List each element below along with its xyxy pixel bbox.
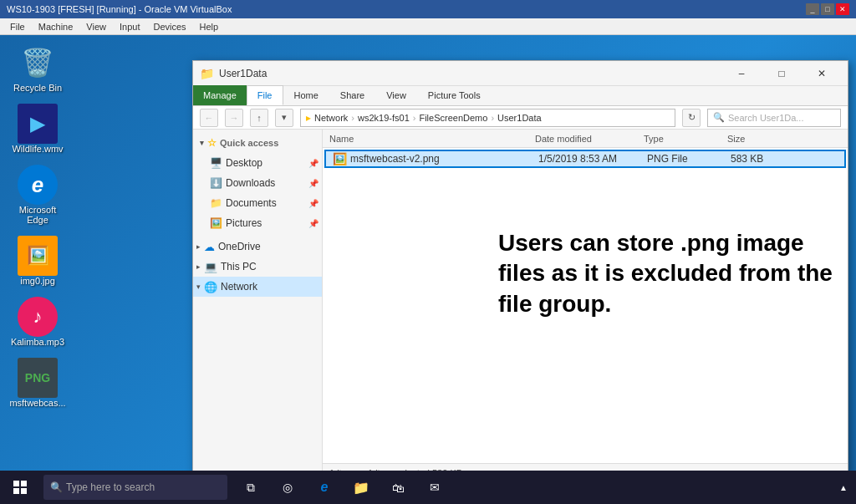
recent-locations-btn[interactable]: ▾ [275, 109, 293, 127]
vbox-maximize-btn[interactable]: □ [821, 3, 834, 15]
explorer-minimize-btn[interactable]: – [722, 61, 761, 86]
vbox-menu-file[interactable]: File [3, 20, 32, 33]
vbox-menu-machine[interactable]: Machine [32, 20, 80, 33]
sidebar-item-onedrive[interactable]: ▸ ☁ OneDrive [193, 237, 322, 257]
desktop-icon-kalimba[interactable]: ♪ Kalimba.mp3 [4, 293, 71, 350]
vbox-menu-devices[interactable]: Devices [146, 20, 192, 33]
vbox-minimize-btn[interactable]: _ [806, 3, 819, 15]
breadcrumb-sep2: › [413, 113, 416, 123]
sidebar-item-documents[interactable]: 📁 Documents 📌 [193, 193, 322, 213]
ribbon-tabs: Manage File Home Share View Picture Tool… [193, 86, 848, 106]
vbox-close-btn[interactable]: ✕ [836, 3, 849, 15]
breadcrumb-sep1: › [351, 113, 354, 123]
sidebar-item-desktop[interactable]: 🖥️ Desktop 📌 [193, 153, 322, 173]
pictures-sidebar-icon: 🖼️ [210, 217, 222, 229]
sidebar-item-pictures[interactable]: 🖼️ Pictures 📌 [193, 213, 322, 233]
col-header-date[interactable]: Date modified [535, 134, 644, 144]
col-header-size[interactable]: Size [727, 134, 794, 144]
desktop-icon-label: Recycle Bin [13, 83, 62, 93]
sidebar-item-this-pc[interactable]: ▸ 💻 This PC [193, 257, 322, 277]
vbox-menu-view[interactable]: View [79, 20, 113, 33]
documents-sidebar-icon: 📁 [210, 197, 222, 209]
address-refresh-btn[interactable]: ↻ [682, 109, 701, 127]
taskbar-edge-btn[interactable]: e [308, 471, 341, 504]
ribbon-tab-file[interactable]: File [247, 85, 283, 105]
back-button[interactable]: ← [200, 109, 218, 127]
desktop-icon-label: Microsoft Edge [8, 205, 68, 225]
taskbar-task-view-btn[interactable]: ⧉ [234, 471, 268, 504]
sidebar-item-downloads[interactable]: ⬇️ Downloads 📌 [193, 173, 322, 193]
desktop-icon-label: Kalimba.mp3 [11, 337, 64, 347]
desktop-icon-recycle-bin[interactable]: 🗑️ Recycle Bin [4, 39, 71, 96]
start-button[interactable] [0, 471, 40, 504]
video-file-icon: ▶ [18, 104, 58, 144]
search-taskbar-icon: 🔍 [50, 481, 63, 493]
search-box[interactable]: 🔍 Type here to search [43, 475, 227, 500]
breadcrumb-sep3: › [491, 113, 494, 123]
desktop-icon-wildlife[interactable]: ▶ Wildlife.wmv [4, 100, 71, 157]
sidebar-desktop-label: Desktop [226, 157, 262, 169]
file-size: 583 KB [731, 153, 797, 165]
breadcrumb-home-icon: ▸ [306, 112, 311, 124]
desktop-icon-label: msftwebcas... [9, 398, 65, 408]
sidebar-item-quick-access[interactable]: ▾ ☆ Quick access [193, 133, 322, 153]
forward-button[interactable]: → [225, 109, 243, 127]
sidebar-downloads-label: Downloads [226, 177, 275, 189]
nav-bar: ← → ↑ ▾ ▸ Network › ws2k19-fs01 › FileSc… [193, 106, 848, 130]
search-bar[interactable]: 🔍 Search User1Da... [707, 109, 841, 127]
audio-file-icon: ♪ [18, 297, 58, 337]
ribbon-tab-manage[interactable]: Manage [193, 85, 247, 105]
breadcrumb-network[interactable]: Network [314, 113, 348, 123]
computer-icon: 💻 [204, 261, 217, 273]
ribbon-tab-picture-tools[interactable]: Picture Tools [417, 85, 492, 105]
taskbar-mail-btn[interactable]: ✉ [418, 471, 451, 504]
breadcrumb-server[interactable]: ws2k19-fs01 [358, 113, 410, 123]
explorer-maximize-btn[interactable]: □ [762, 61, 801, 86]
desktop-icon-edge[interactable]: e Microsoft Edge [4, 161, 71, 228]
explorer-folder-icon: 📁 [200, 67, 214, 80]
search-icon: 🔍 [713, 112, 725, 123]
desktop-icon-img0[interactable]: 🖼️ img0.jpg [4, 232, 71, 289]
pin-icon: 📌 [308, 159, 318, 168]
expand-icon: ▾ [196, 283, 201, 291]
sidebar-item-network[interactable]: ▾ 🌐 Network [193, 277, 322, 297]
annotation-text: Users can store .png image files as it i… [498, 228, 845, 319]
image-file-icon: 🖼️ [18, 236, 58, 276]
sidebar-network-label: Network [221, 281, 257, 293]
tray-expand-icon[interactable]: ▲ [839, 483, 848, 492]
taskbar: 🔍 Type here to search ⧉ ◎ e 📁 🛍 ✉ ▲ [0, 471, 856, 504]
file-name: msftwebcast-v2.png [350, 153, 440, 165]
breadcrumb-current[interactable]: User1Data [497, 113, 542, 123]
file-row[interactable]: 🖼️ msftwebcast-v2.png 1/5/2019 8:53 AM P… [324, 150, 846, 168]
desktop-icon-msftwebcast[interactable]: PNG msftwebcas... [4, 354, 71, 411]
svg-rect-2 [13, 488, 19, 494]
file-type: PNG File [647, 153, 731, 165]
col-header-name[interactable]: Name [326, 134, 535, 144]
taskbar-store-btn[interactable]: 🛍 [381, 471, 415, 504]
sidebar-pictures-label: Pictures [226, 217, 262, 229]
col-header-type[interactable]: Type [644, 134, 727, 144]
vbox-menu-input[interactable]: Input [113, 20, 146, 33]
file-date-modified: 1/5/2019 8:53 AM [538, 153, 647, 165]
pin-icon: 📌 [308, 199, 318, 208]
breadcrumb-demo[interactable]: FileScreenDemo [419, 113, 487, 123]
ribbon-tab-home[interactable]: Home [283, 85, 329, 105]
explorer-titlebar: 📁 User1Data – □ ✕ [193, 61, 848, 86]
explorer-close-btn[interactable]: ✕ [802, 61, 841, 86]
sidebar-onedrive-label: OneDrive [218, 241, 261, 252]
taskbar-explorer-btn[interactable]: 📁 [344, 471, 378, 504]
edge-icon: e [18, 165, 58, 205]
star-icon: ☆ [207, 137, 217, 149]
up-button[interactable]: ↑ [250, 109, 268, 127]
vbox-menu-help[interactable]: Help [193, 20, 226, 33]
desktop-icon-label: img0.jpg [20, 276, 55, 286]
main-content: Name Date modified Type Size 🖼️ msftwebc… [323, 130, 848, 481]
network-icon: 🌐 [204, 281, 217, 293]
explorer-body: ▾ ☆ Quick access 🖥️ Desktop 📌 ⬇️ Downloa… [193, 130, 848, 481]
taskbar-cortana-btn[interactable]: ◎ [271, 471, 304, 504]
ribbon-tab-view[interactable]: View [375, 85, 417, 105]
ribbon-tab-share[interactable]: Share [329, 85, 375, 105]
svg-rect-0 [13, 481, 19, 486]
quick-access-expand-icon: ▾ [200, 139, 204, 147]
address-bar[interactable]: ▸ Network › ws2k19-fs01 › FileScreenDemo… [300, 109, 675, 127]
